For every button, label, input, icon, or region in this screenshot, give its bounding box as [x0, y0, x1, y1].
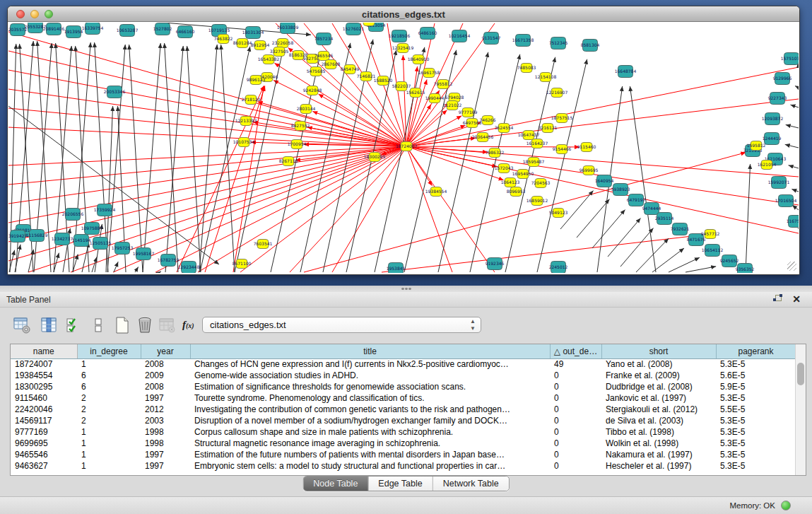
table-cell[interactable]: Tourette syndrome. Phenomenology and cla…: [190, 392, 550, 404]
graph-edge[interactable]: [319, 94, 406, 146]
table-cell[interactable]: Wolkin et al. (1998): [601, 438, 716, 449]
table-cell[interactable]: 14569117: [11, 415, 77, 426]
table-cell[interactable]: 2003: [141, 415, 190, 426]
panel-divider[interactable]: [0, 286, 812, 292]
column-header-out_de[interactable]: △ out_de…: [550, 344, 601, 358]
table-cell[interactable]: 6: [77, 370, 141, 381]
table-row[interactable]: 1938455462009Genome-wide association stu…: [11, 370, 796, 381]
table-row[interactable]: 969969511998Structural magnetic resonanc…: [11, 438, 796, 449]
table-cell[interactable]: Genome-wide association studies in ADHD.: [190, 370, 550, 381]
column-header-title[interactable]: title: [190, 344, 550, 358]
graph-edge[interactable]: [746, 164, 751, 272]
table-cell[interactable]: 49: [550, 358, 601, 370]
table-cell[interactable]: 0: [550, 449, 601, 460]
table-cell[interactable]: 5.3E-5: [716, 460, 796, 472]
row-chooser-icon[interactable]: [89, 316, 107, 334]
table-cell[interactable]: 1: [77, 449, 141, 460]
table-cell[interactable]: 1997: [141, 449, 190, 460]
show-column-icon[interactable]: [40, 316, 58, 334]
graph-edge[interactable]: [669, 257, 700, 272]
table-cell[interactable]: 1: [77, 460, 141, 472]
table-cell[interactable]: 9115460: [11, 392, 77, 404]
table-scrollbar[interactable]: [795, 344, 806, 475]
table-cell[interactable]: 0: [550, 415, 601, 426]
graph-edge[interactable]: [470, 54, 520, 272]
graph-edge[interactable]: [113, 146, 406, 272]
graph-edge[interactable]: [795, 86, 799, 88]
table-cell[interactable]: Estimation of the future numbers of pati…: [190, 449, 550, 460]
table-cell[interactable]: 9699695: [11, 438, 77, 449]
graph-edge[interactable]: [8, 89, 406, 146]
table-cell[interactable]: 0: [550, 370, 601, 381]
graph-edge[interactable]: [8, 146, 406, 204]
graph-edge[interactable]: [135, 267, 139, 272]
table-cell[interactable]: 1: [77, 438, 141, 449]
table-cell[interactable]: 2009: [141, 370, 190, 381]
column-header-in_degree[interactable]: in_degree: [77, 344, 141, 358]
table-selector-dropdown[interactable]: citations_edges.txt ▲▼: [202, 317, 481, 333]
graph-edge[interactable]: [406, 67, 799, 146]
graph-edge[interactable]: [406, 146, 495, 272]
graph-edge[interactable]: [686, 267, 716, 272]
table-cell[interactable]: 9465546: [11, 449, 77, 460]
table-cell[interactable]: Structural magnetic resonance image aver…: [190, 438, 550, 449]
graph-edge[interactable]: [406, 146, 433, 186]
table-cell[interactable]: 1: [77, 426, 141, 438]
column-header-short[interactable]: short: [601, 344, 716, 358]
table-cell[interactable]: 6: [77, 381, 141, 392]
table-cell[interactable]: 18300295: [11, 381, 77, 392]
table-cell[interactable]: 1998: [141, 438, 190, 449]
graph-edge[interactable]: [200, 47, 250, 272]
table-row[interactable]: 946554611997Estimation of the future num…: [11, 449, 796, 460]
table-row[interactable]: 2242004622012Investigating the contribut…: [11, 404, 796, 415]
table-cell[interactable]: Embryonic stem cells: a model to study s…: [190, 460, 550, 472]
table-cell[interactable]: 5.3E-5: [716, 415, 796, 426]
table-cell[interactable]: 5.3E-5: [716, 449, 796, 460]
graph-edge[interactable]: [187, 46, 201, 272]
function-builder-icon[interactable]: f(x): [182, 319, 201, 337]
table-cell[interactable]: 2012: [141, 404, 190, 415]
table-cell[interactable]: Disruption of a novel member of a sodium…: [190, 415, 550, 426]
table-cell[interactable]: 5.3E-5: [716, 426, 796, 438]
table-cell[interactable]: 18724007: [11, 358, 77, 370]
table-cell[interactable]: 5.6E-5: [716, 370, 796, 381]
graph-edge[interactable]: [636, 238, 669, 272]
table-settings-icon[interactable]: [13, 316, 31, 334]
graph-edge[interactable]: [300, 43, 351, 272]
graph-edge[interactable]: [240, 146, 406, 272]
graph-edge[interactable]: [652, 248, 684, 272]
table-row[interactable]: 1830029562008Estimation of significance …: [11, 381, 796, 392]
table-cell[interactable]: 9463627: [11, 460, 77, 472]
graph-edge[interactable]: [790, 105, 799, 107]
table-cell[interactable]: 5.3E-5: [716, 438, 796, 449]
divider-handle-icon[interactable]: [401, 287, 412, 291]
graph-edge[interactable]: [620, 228, 654, 267]
window-titlebar[interactable]: citations_edges.txt: [8, 6, 799, 22]
table-row[interactable]: 946362711997Embryonic stem cells: a mode…: [11, 460, 796, 472]
table-cell[interactable]: 5.9E-5: [716, 381, 796, 392]
table-cell[interactable]: 0: [550, 404, 601, 415]
table-cell[interactable]: Hescheler et al. (1997): [601, 460, 716, 472]
resize-grip-icon[interactable]: [787, 262, 796, 271]
graph-edge[interactable]: [8, 108, 406, 146]
column-header-name[interactable]: name: [11, 344, 77, 358]
table-cell[interactable]: 0: [550, 426, 601, 438]
table-cell[interactable]: 0: [550, 460, 601, 472]
table-cell[interactable]: 5.3E-5: [716, 358, 796, 370]
table-cell[interactable]: 1: [77, 358, 141, 370]
table-cell[interactable]: 2008: [141, 358, 190, 370]
table-cell[interactable]: Estimation of significance thresholds fo…: [190, 381, 550, 392]
table-cell[interactable]: 2: [77, 415, 141, 426]
table-cell[interactable]: Investigating the contribution of common…: [190, 404, 550, 415]
float-panel-icon[interactable]: [773, 295, 782, 304]
graph-edge[interactable]: [143, 43, 160, 272]
table-cell[interactable]: 19384554: [11, 370, 77, 381]
table-cell[interactable]: Stergiakouli et al. (2012): [601, 404, 716, 415]
table-cell[interactable]: 9777169: [11, 426, 77, 438]
graph-edge[interactable]: [786, 124, 799, 128]
table-cell[interactable]: Dudbridge et al. (2008): [601, 381, 716, 392]
table-cell[interactable]: Franke et al. (2009): [601, 370, 716, 381]
graph-edge[interactable]: [258, 102, 406, 146]
table-cell[interactable]: Changes of HCN gene expression and I(f) …: [190, 358, 550, 370]
table-cell[interactable]: 0: [550, 438, 601, 449]
